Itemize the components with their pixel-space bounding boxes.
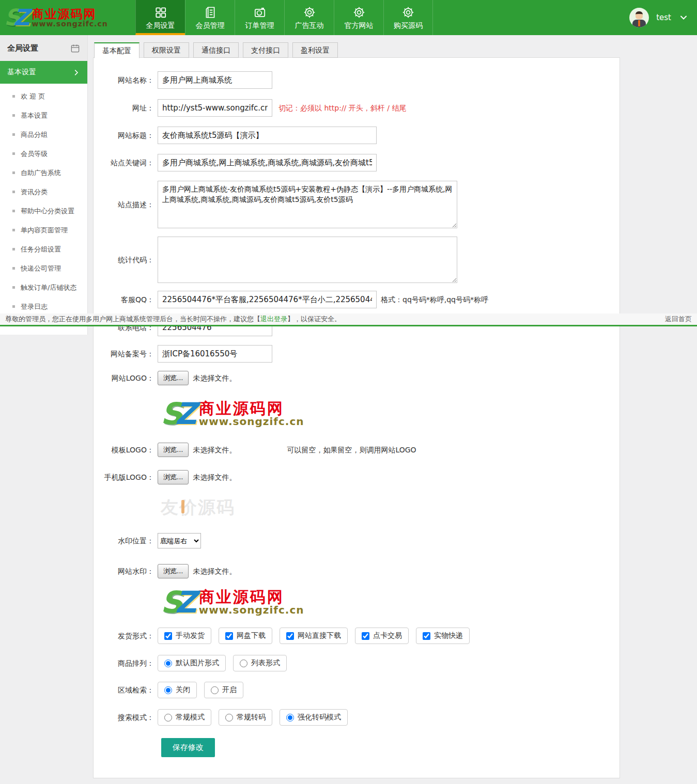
- tab-profit-settings[interactable]: 盈利设置: [292, 42, 338, 58]
- search-mode-option-label: 强化转码模式: [298, 713, 341, 722]
- bullet-icon: [12, 210, 15, 212]
- site-url-input[interactable]: [158, 99, 272, 117]
- delivery-checkbox[interactable]: [164, 632, 172, 640]
- calendar-icon[interactable]: [70, 43, 80, 53]
- sidebar-item-product-groups[interactable]: 商品分组: [0, 125, 87, 144]
- site-watermark-browse-button[interactable]: 浏览...: [158, 564, 189, 578]
- delivery-checkbox[interactable]: [362, 632, 369, 640]
- watermark-preview-text: 友价源码: [161, 497, 235, 518]
- site-url-row: 网址： 切记：必须以 http:// 开头，斜杆 / 结尾: [94, 99, 619, 117]
- nav-item-order-management[interactable]: 订单管理: [235, 0, 284, 35]
- sidebar-group-label: 基本设置: [7, 68, 36, 77]
- sz-logo-mark: SZ: [161, 399, 197, 429]
- mobile-logo-browse-button[interactable]: 浏览...: [158, 470, 189, 484]
- site-url-label: 网址：: [94, 99, 158, 117]
- keywords-input[interactable]: [158, 154, 377, 171]
- service-qq-input[interactable]: [158, 291, 377, 308]
- delivery-checkbox[interactable]: [225, 632, 233, 640]
- save-button[interactable]: 保存修改: [161, 738, 215, 757]
- sidebar-item-label: 单内容页面管理: [21, 226, 68, 235]
- icp-row: 网站备案号：: [94, 345, 619, 363]
- delivery-option-netdisk[interactable]: 网盘下载: [219, 628, 272, 644]
- search-mode-option-enhanced[interactable]: 强化转码模式: [280, 709, 348, 726]
- nav-item-global-settings[interactable]: 全局设置: [135, 0, 185, 35]
- sidebar-header: 全局设置: [0, 35, 87, 61]
- search-mode-label: 搜索模式：: [94, 709, 158, 726]
- bullet-icon: [12, 267, 15, 270]
- stats-code-textarea[interactable]: [158, 237, 457, 283]
- watermark-position-label: 水印位置：: [94, 533, 158, 548]
- bullet-icon: [12, 305, 15, 308]
- nav-item-ad-interaction[interactable]: 广告互动: [284, 0, 334, 35]
- template-logo-browse-button[interactable]: 浏览...: [158, 443, 189, 457]
- site-logo-browse-button[interactable]: 浏览...: [158, 371, 189, 385]
- notice-bracket: 】: [287, 315, 294, 324]
- chevron-down-icon[interactable]: [678, 12, 689, 23]
- sidebar-item-help-categories[interactable]: 帮助中心分类设置: [0, 201, 87, 221]
- search-mode-radio[interactable]: [225, 714, 233, 722]
- logo-title: 商业源码网: [32, 8, 108, 20]
- sidebar-item-single-pages[interactable]: 单内容页面管理: [0, 221, 87, 240]
- region-search-option-on[interactable]: 开启: [204, 682, 243, 698]
- sidebar-item-basic-settings[interactable]: 基本设置: [0, 106, 87, 125]
- tab-basic-config[interactable]: 基本配置: [94, 42, 140, 58]
- sidebar-group-basic-settings[interactable]: 基本设置: [0, 61, 87, 84]
- delivery-option-direct-download[interactable]: 网站直接下载: [280, 628, 348, 644]
- sidebar-item-member-levels[interactable]: 会员等级: [0, 144, 87, 163]
- avatar[interactable]: [629, 8, 649, 27]
- delivery-option-manual[interactable]: 手动发货: [158, 628, 211, 644]
- arrangement-radio[interactable]: [240, 660, 247, 667]
- nav-item-official-site[interactable]: 官方网站: [334, 0, 383, 35]
- sidebar-item-trigger-order-status[interactable]: 触发订单/店铺状态: [0, 278, 87, 297]
- delivery-checkbox[interactable]: [423, 632, 430, 640]
- sidebar-item-ad-system[interactable]: 自助广告系统: [0, 163, 87, 182]
- sz-logo-mark: SZ: [161, 587, 197, 617]
- tab-permission-settings[interactable]: 权限设置: [144, 42, 189, 58]
- description-textarea[interactable]: [158, 181, 457, 228]
- sz-logo-z: Z: [175, 585, 197, 620]
- sidebar-item-news-categories[interactable]: 资讯分类: [0, 182, 87, 201]
- site-logo-row: 网站LOGO： 浏览... 未选择文件。: [94, 371, 619, 385]
- sidebar-item-express-companies[interactable]: 快递公司管理: [0, 259, 87, 278]
- sidebar-item-task-groups[interactable]: 任务分组设置: [0, 240, 87, 259]
- camera-icon: [235, 5, 284, 20]
- sidebar-item-label: 欢 迎 页: [21, 92, 45, 101]
- top-header: SZ 商业源码网 www.songzifc.cn 全局设置 会员管理 订单管理: [0, 0, 697, 35]
- icp-input[interactable]: [158, 345, 272, 363]
- template-logo-label: 模板LOGO：: [94, 443, 158, 457]
- arrangement-option-image[interactable]: 默认图片形式: [158, 655, 226, 671]
- notice-text: 尊敬的管理员，您正在使用多用户网上商城系统管理后台，当长时间不操作，建议您: [5, 315, 254, 324]
- back-home-link[interactable]: 返回首页: [665, 315, 692, 324]
- region-search-option-off[interactable]: 关闭: [158, 682, 197, 698]
- user-menu[interactable]: test: [629, 0, 689, 35]
- site-logo-no-file-text: 未选择文件。: [193, 371, 236, 385]
- logout-link[interactable]: 退出登录: [260, 315, 287, 324]
- nav-item-member-management[interactable]: 会员管理: [185, 0, 235, 35]
- search-mode-option-transcode[interactable]: 常规转码: [219, 709, 272, 726]
- logo-preview-title: 商业源码网: [199, 400, 304, 417]
- site-title-input[interactable]: [158, 127, 377, 144]
- region-search-radio[interactable]: [211, 686, 219, 694]
- sidebar-item-welcome[interactable]: 欢 迎 页: [0, 87, 87, 106]
- watermark-position-select[interactable]: 底端居右: [158, 533, 201, 548]
- icp-label: 网站备案号：: [94, 345, 158, 363]
- sidebar-item-label: 基本设置: [21, 111, 48, 120]
- site-name-row: 网站名称：: [94, 71, 619, 89]
- search-mode-radio[interactable]: [286, 714, 294, 722]
- arrangement-radio[interactable]: [164, 660, 172, 667]
- gear-icon: [384, 5, 432, 20]
- sidebar-item-label: 登录日志: [21, 302, 48, 311]
- delivery-option-physical-express[interactable]: 实物快递: [416, 628, 470, 644]
- delivery-option-card-trade[interactable]: 点卡交易: [355, 628, 409, 644]
- nav-item-buy-source[interactable]: 购买源码: [383, 0, 433, 35]
- region-search-radio[interactable]: [164, 686, 172, 694]
- delivery-checkbox[interactable]: [286, 632, 294, 640]
- search-mode-option-normal[interactable]: 常规模式: [158, 709, 211, 726]
- tab-payment-api[interactable]: 支付接口: [243, 42, 288, 58]
- site-name-input[interactable]: [158, 71, 272, 89]
- settings-form-panel: 网站名称： 网址： 切记：必须以 http:// 开头，斜杆 / 结尾 网站标题…: [93, 57, 620, 778]
- arrangement-option-list[interactable]: 列表形式: [233, 655, 287, 671]
- search-mode-radio[interactable]: [164, 714, 172, 722]
- tab-communication-api[interactable]: 通信接口: [193, 42, 239, 58]
- site-name-label: 网站名称：: [94, 71, 158, 89]
